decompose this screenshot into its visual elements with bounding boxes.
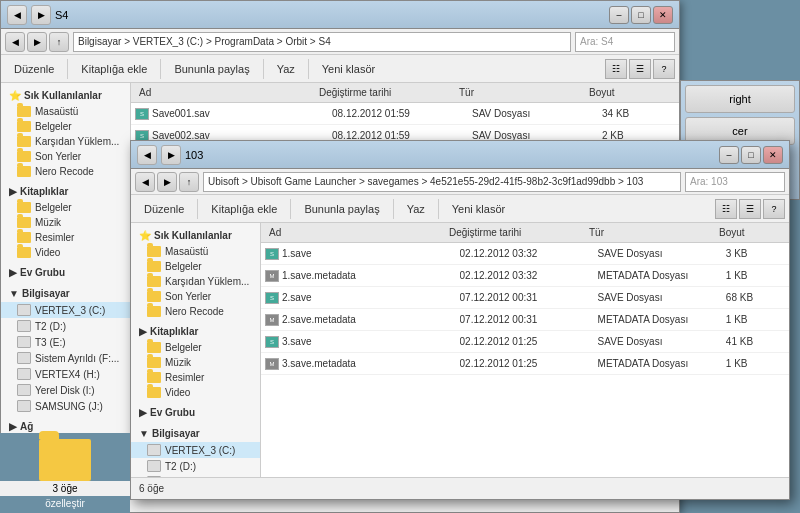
duzenle-button-win1[interactable]: Düzenle	[5, 58, 63, 80]
yeni-klasor-button-win1[interactable]: Yeni klasör	[313, 58, 384, 80]
file-type-2save: SAVE Dosyası	[598, 292, 726, 303]
sidebar-item-vertex-win2[interactable]: VERTEX_3 (C:)	[131, 442, 260, 458]
sidebar-item-nero-win2[interactable]: Nero Recode	[131, 304, 260, 319]
forward-button-win1[interactable]: ▶	[31, 5, 51, 25]
sidebar-item-t2-win1[interactable]: T2 (D:)	[1, 318, 130, 334]
minimize-button-win2[interactable]: –	[719, 146, 739, 164]
file-name-3meta: 3.save.metadata	[282, 358, 460, 369]
sidebar-item-video-win2[interactable]: Video	[131, 385, 260, 400]
col-header-name-win1[interactable]: Ad	[135, 87, 315, 98]
col-header-date-win1[interactable]: Değiştirme tarihi	[315, 87, 455, 98]
paylas-button-win1[interactable]: Bununla paylaş	[165, 58, 258, 80]
help-btn-win2[interactable]: ?	[763, 199, 785, 219]
help-btn-win1[interactable]: ?	[653, 59, 675, 79]
nav-forward-win1[interactable]: ▶	[27, 32, 47, 52]
nav-back-win2[interactable]: ◀	[135, 172, 155, 192]
sidebar-item-yerel-win1[interactable]: Yerel Disk (I:)	[1, 382, 130, 398]
file-row-2save[interactable]: S 2.save 07.12.2012 00:31 SAVE Dosyası 6…	[261, 287, 789, 309]
yeni-klasor-button-win2[interactable]: Yeni klasör	[443, 198, 514, 220]
col-header-name-win2[interactable]: Ad	[265, 227, 445, 238]
nav-up-win1[interactable]: ↑	[49, 32, 69, 52]
sidebar-item-sistem-win1[interactable]: Sistem Ayrıldı (F:...	[1, 350, 130, 366]
minimize-button-win1[interactable]: –	[609, 6, 629, 24]
back-button-win1[interactable]: ◀	[7, 5, 27, 25]
sidebar-item-belgeler2-win2[interactable]: Belgeler	[131, 340, 260, 355]
sidebar-item-masaustu-win2[interactable]: Masaüstü	[131, 244, 260, 259]
file-row-1meta[interactable]: M 1.save.metadata 02.12.2012 03:32 METAD…	[261, 265, 789, 287]
sidebar-item-sonyerler-win1[interactable]: Son Yerler	[1, 149, 130, 164]
folder-icon	[17, 151, 31, 162]
nav-arrows-win2: ◀ ▶ ↑	[135, 172, 199, 192]
sidebar-item-resimler-win2[interactable]: Resimler	[131, 370, 260, 385]
col-header-type-win1[interactable]: Tür	[455, 87, 585, 98]
lib-chevron-win2: ▶	[139, 326, 147, 337]
address-bar-win1[interactable]: Bilgisayar > VERTEX_3 (C:) > ProgramData…	[73, 32, 571, 52]
folder-icon	[17, 166, 31, 177]
yaz-button-win2[interactable]: Yaz	[398, 198, 434, 220]
col-header-type-win2[interactable]: Tür	[585, 227, 715, 238]
star-icon-win1: ⭐	[9, 90, 21, 101]
folder-icon	[147, 261, 161, 272]
sidebar-item-masaustu-win1[interactable]: Masaüstü	[1, 104, 130, 119]
yaz-button-win1[interactable]: Yaz	[268, 58, 304, 80]
forward-button-win2[interactable]: ▶	[161, 145, 181, 165]
nav-arrows-win1: ◀ ▶ ↑	[5, 32, 69, 52]
close-button-win2[interactable]: ✕	[763, 146, 783, 164]
folder-icon	[147, 276, 161, 287]
close-button-win1[interactable]: ✕	[653, 6, 673, 24]
sidebar-item-muzik-win1[interactable]: Müzik	[1, 215, 130, 230]
back-button-win2[interactable]: ◀	[137, 145, 157, 165]
duzenle-button-win2[interactable]: Düzenle	[135, 198, 193, 220]
file-row-3meta[interactable]: M 3.save.metadata 02.12.2012 01:25 METAD…	[261, 353, 789, 375]
col-header-size-win1[interactable]: Boyut	[585, 87, 645, 98]
maximize-button-win1[interactable]: □	[631, 6, 651, 24]
col-header-date-win2[interactable]: Değiştirme tarihi	[445, 227, 585, 238]
col-header-size-win2[interactable]: Boyut	[715, 227, 775, 238]
right-button[interactable]: right	[685, 85, 795, 113]
file-row-3save[interactable]: S 3.save 02.12.2012 01:25 SAVE Dosyası 4…	[261, 331, 789, 353]
kitapliga-button-win2[interactable]: Kitaplığa ekle	[202, 198, 286, 220]
sidebar-item-karsidan-win1[interactable]: Karşıdan Yüklem...	[1, 134, 130, 149]
bottom-area: 3 öğe özelleştir	[0, 433, 130, 513]
view-btn-details-win2[interactable]: ☰	[739, 199, 761, 219]
view-btn-details-win1[interactable]: ☰	[629, 59, 651, 79]
view-btn-list-win2[interactable]: ☷	[715, 199, 737, 219]
sidebar-item-vertex-win1[interactable]: VERTEX_3 (C:)	[1, 302, 130, 318]
file-size-3meta: 1 KB	[726, 358, 785, 369]
sidebar-item-samsung-win1[interactable]: SAMSUNG (J:)	[1, 398, 130, 414]
address-bar-win2[interactable]: Ubisoft > Ubisoft Game Launcher > savega…	[203, 172, 681, 192]
sep2	[160, 59, 161, 79]
home-section-win1: ▶ Ev Grubu	[1, 264, 130, 281]
search-bar-win1[interactable]: Ara: S4	[575, 32, 675, 52]
file-type-3meta: METADATA Dosyası	[598, 358, 726, 369]
nav-forward-win2[interactable]: ▶	[157, 172, 177, 192]
sidebar-item-t2-win2[interactable]: T2 (D:)	[131, 458, 260, 474]
search-bar-win2[interactable]: Ara: 103	[685, 172, 785, 192]
file-size-1save: 3 KB	[726, 248, 785, 259]
paylas-button-win2[interactable]: Bununla paylaş	[295, 198, 388, 220]
nav-back-win1[interactable]: ◀	[5, 32, 25, 52]
sidebar-item-muzik-win2[interactable]: Müzik	[131, 355, 260, 370]
kitapliga-button-win1[interactable]: Kitaplığa ekle	[72, 58, 156, 80]
sav-icon: S	[265, 292, 279, 304]
file-row-2meta[interactable]: M 2.save.metadata 07.12.2012 00:31 METAD…	[261, 309, 789, 331]
sidebar-item-resimler-win1[interactable]: Resimler	[1, 230, 130, 245]
sidebar-item-belgeler-win2[interactable]: Belgeler	[131, 259, 260, 274]
folder-icon	[17, 202, 31, 213]
sidebar-item-karsidan-win2[interactable]: Karşıdan Yüklem...	[131, 274, 260, 289]
sav-icon: S	[265, 248, 279, 260]
sidebar-item-sonyerler-win2[interactable]: Son Yerler	[131, 289, 260, 304]
sidebar-item-video-win1[interactable]: Video	[1, 245, 130, 260]
nav-up-win2[interactable]: ↑	[179, 172, 199, 192]
folder-icon	[17, 106, 31, 117]
file-row-1save[interactable]: S 1.save 02.12.2012 03:32 SAVE Dosyası 3…	[261, 243, 789, 265]
sidebar-item-nero-win1[interactable]: Nero Recode	[1, 164, 130, 179]
view-btn-list-win1[interactable]: ☷	[605, 59, 627, 79]
maximize-button-win2[interactable]: □	[741, 146, 761, 164]
file-row-save001[interactable]: S Save001.sav 08.12.2012 01:59 SAV Dosya…	[131, 103, 679, 125]
sidebar-item-vertex4-win1[interactable]: VERTEX4 (H:)	[1, 366, 130, 382]
file-type-3save: SAVE Dosyası	[598, 336, 726, 347]
sidebar-item-t3-win1[interactable]: T3 (E:)	[1, 334, 130, 350]
sidebar-item-belgeler-win1[interactable]: Belgeler	[1, 119, 130, 134]
sidebar-item-belgeler2-win1[interactable]: Belgeler	[1, 200, 130, 215]
